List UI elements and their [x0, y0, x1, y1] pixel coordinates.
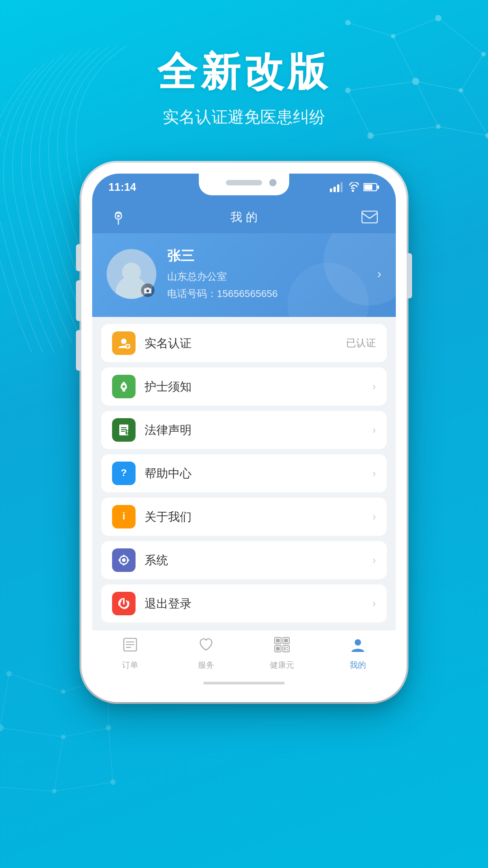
svg-point-59 [122, 385, 125, 388]
phone-number: 15656565656 [217, 288, 278, 299]
svg-point-69 [122, 558, 126, 562]
menu-item-system[interactable]: 系统 › [101, 541, 387, 579]
speaker [226, 180, 262, 185]
svg-rect-87 [276, 639, 280, 642]
svg-rect-91 [286, 647, 288, 648]
orders-icon [122, 637, 138, 657]
menu-item-logout[interactable]: 退出登录 › [101, 585, 387, 623]
mail-nav-icon[interactable] [360, 207, 380, 227]
profile-section[interactable]: 张三 山东总办公室 电话号码：15656565656 › [92, 233, 396, 317]
svg-line-24 [0, 674, 9, 728]
health-label: 健康元 [270, 660, 294, 670]
profile-info: 张三 山东总办公室 电话号码：15656565656 [167, 247, 366, 301]
svg-rect-92 [286, 649, 288, 651]
tab-orders[interactable]: 订单 [92, 637, 168, 670]
system-icon [112, 548, 136, 572]
svg-rect-72 [123, 563, 125, 566]
about-label: 关于我们 [145, 509, 363, 525]
svg-point-53 [146, 289, 149, 292]
menu-item-real-name[interactable]: 实名认证 已认证 [101, 324, 387, 362]
location-nav-icon[interactable] [108, 207, 128, 227]
svg-rect-44 [337, 184, 339, 192]
svg-text:?: ? [121, 467, 127, 478]
svg-point-41 [110, 779, 116, 785]
svg-line-26 [63, 728, 108, 737]
svg-line-32 [108, 728, 113, 782]
home-indicator [92, 675, 396, 691]
svg-point-46 [352, 190, 354, 192]
power-button [407, 253, 412, 298]
svg-point-19 [367, 132, 374, 139]
sub-title: 实名认证避免医患纠纷 [0, 106, 488, 128]
volume-up-button [76, 280, 81, 321]
status-time: 11:14 [108, 181, 136, 193]
svg-rect-71 [123, 555, 125, 557]
svg-line-30 [0, 787, 54, 791]
wifi-icon [347, 182, 359, 192]
nurse-notice-arrow: › [372, 380, 376, 393]
svg-point-37 [61, 735, 66, 739]
camera-badge[interactable] [141, 283, 155, 297]
mine-icon [350, 637, 366, 657]
real-name-label: 实名认证 [145, 335, 337, 351]
home-bar [203, 682, 285, 684]
menu-item-legal[interactable]: 法律声明 › [101, 411, 387, 449]
svg-point-93 [355, 639, 361, 646]
orders-label: 订单 [122, 660, 138, 670]
mute-button [76, 244, 81, 271]
svg-rect-42 [330, 189, 332, 192]
nurse-notice-label: 护士须知 [145, 379, 363, 395]
svg-line-22 [9, 674, 63, 692]
svg-point-51 [117, 215, 120, 217]
svg-rect-52 [362, 211, 377, 223]
phone-mockup: 11:14 [81, 163, 407, 702]
svg-point-40 [52, 789, 56, 793]
system-label: 系统 [145, 552, 363, 568]
health-icon [274, 637, 290, 657]
app-navbar: 我 的 [92, 201, 396, 233]
svg-rect-73 [118, 559, 121, 561]
svg-line-29 [54, 737, 63, 791]
logout-label: 退出登录 [145, 596, 363, 612]
front-camera [269, 179, 277, 186]
menu-item-help[interactable]: ? 帮助中心 › [101, 454, 387, 492]
svg-point-33 [6, 671, 12, 676]
phone-label: 电话号码： [167, 288, 217, 299]
profile-dept: 山东总办公室 [167, 270, 366, 283]
svg-rect-88 [284, 639, 288, 642]
system-arrow: › [372, 554, 376, 566]
status-bar: 11:14 [92, 174, 396, 201]
svg-rect-90 [284, 647, 286, 651]
tab-health[interactable]: 健康元 [244, 637, 320, 670]
menu-list: 实名认证 已认证 护士须知 › [92, 317, 396, 630]
status-icons [330, 182, 380, 192]
battery-icon [363, 183, 380, 192]
legal-label: 法律声明 [145, 422, 363, 438]
help-arrow: › [372, 467, 376, 480]
tab-mine[interactable]: 我的 [320, 637, 396, 670]
notch [199, 174, 289, 195]
svg-line-31 [54, 782, 113, 791]
legal-icon [112, 418, 136, 442]
logout-arrow: › [372, 597, 376, 610]
about-icon: i [112, 505, 136, 528]
svg-rect-89 [276, 647, 280, 651]
help-label: 帮助中心 [145, 466, 363, 481]
tab-services[interactable]: 服务 [168, 637, 244, 670]
real-name-status: 已认证 [346, 336, 376, 350]
phone-screen: 11:14 [92, 174, 396, 691]
header-section: 全新改版 实名认证避免医患纠纷 [0, 0, 488, 128]
menu-item-about[interactable]: i 关于我们 › [101, 498, 387, 536]
svg-point-34 [61, 689, 66, 694]
about-arrow: › [372, 510, 376, 523]
svg-point-36 [0, 724, 4, 731]
phone-frame: 11:14 [81, 163, 407, 702]
logout-icon [112, 592, 136, 615]
nurse-notice-icon [112, 375, 136, 398]
menu-item-nurse-notice[interactable]: 护士须知 › [101, 368, 387, 406]
svg-point-38 [106, 725, 111, 731]
profile-arrow[interactable]: › [377, 267, 381, 281]
main-title: 全新改版 [0, 45, 488, 99]
volume-down-button [76, 330, 81, 371]
svg-rect-74 [127, 559, 129, 561]
